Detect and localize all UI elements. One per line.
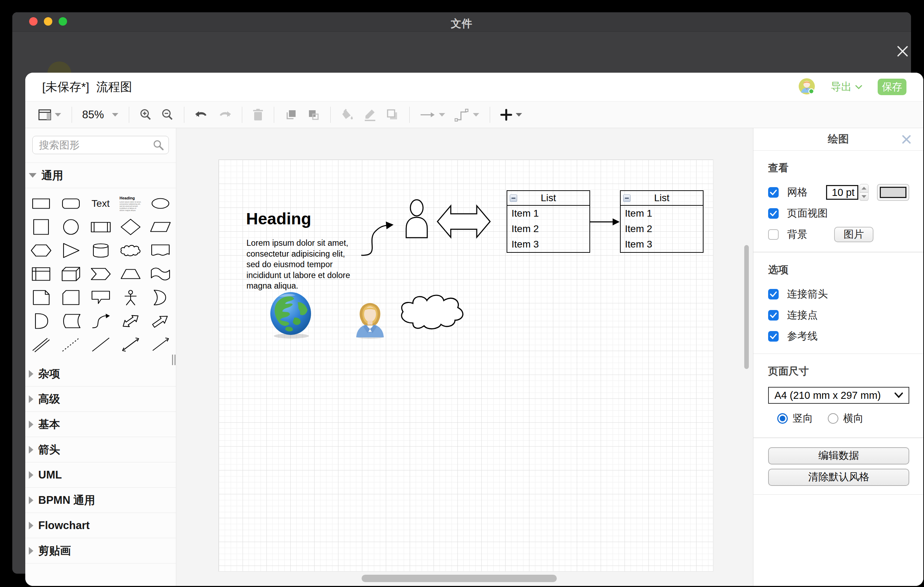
shape-curve[interactable] bbox=[86, 309, 116, 333]
shape-square[interactable] bbox=[26, 215, 56, 239]
undo-icon[interactable] bbox=[190, 105, 213, 125]
sidebar-section-2[interactable]: 基本 bbox=[25, 412, 176, 437]
shape-process[interactable] bbox=[86, 215, 116, 239]
shape-heading-textblock[interactable]: HeadingLorem ipsum dolor sit amet, conse… bbox=[116, 192, 145, 215]
sidebar-section-5[interactable]: BPMN 通用 bbox=[25, 488, 176, 513]
shape-directional-connector[interactable] bbox=[145, 333, 175, 356]
list-item[interactable]: Item 2 bbox=[507, 221, 589, 237]
shape-or[interactable] bbox=[145, 286, 175, 309]
close-x-icon[interactable] bbox=[893, 41, 912, 61]
canvas-heading-text[interactable]: Heading bbox=[246, 209, 311, 228]
shape-text[interactable]: Text bbox=[86, 192, 116, 215]
sidebar-section-3[interactable]: 箭头 bbox=[25, 437, 176, 462]
sidebar-section-0[interactable]: 杂项 bbox=[25, 361, 176, 386]
search-input[interactable] bbox=[32, 136, 169, 154]
sidebar-section-1[interactable]: 高级 bbox=[25, 386, 176, 412]
redo-icon[interactable] bbox=[213, 105, 236, 125]
list-item[interactable]: Item 1 bbox=[621, 206, 703, 221]
shape-ellipse[interactable] bbox=[145, 192, 175, 215]
zoom-level-dropdown[interactable]: 85% bbox=[78, 105, 123, 125]
sidebar-splitter-handle[interactable] bbox=[171, 353, 176, 367]
shape-rectangle[interactable] bbox=[26, 192, 56, 215]
shape-step[interactable] bbox=[86, 262, 116, 286]
line-color-icon[interactable] bbox=[359, 105, 381, 125]
shape-dotted-line[interactable] bbox=[56, 333, 86, 356]
grid-color-swatch[interactable] bbox=[877, 184, 909, 201]
zoom-in-icon[interactable] bbox=[135, 105, 157, 125]
page-size-select[interactable]: A4 (210 mm x 297 mm) bbox=[768, 387, 909, 404]
woman-clipart[interactable] bbox=[353, 298, 387, 339]
option-checkbox[interactable] bbox=[768, 331, 779, 341]
shape-internal-storage[interactable] bbox=[26, 262, 56, 286]
double-arrow-shape[interactable] bbox=[436, 203, 491, 240]
connection-icon[interactable] bbox=[415, 105, 450, 125]
landscape-radio[interactable] bbox=[828, 413, 838, 424]
shape-cloud[interactable] bbox=[116, 239, 145, 262]
list-shape-1[interactable]: ListItem 1Item 2Item 3 bbox=[620, 190, 703, 253]
shape-actor[interactable] bbox=[116, 286, 145, 309]
page-view-toggle-icon[interactable] bbox=[34, 105, 66, 125]
insert-plus-icon[interactable] bbox=[496, 105, 527, 125]
shape-cylinder[interactable] bbox=[86, 239, 116, 262]
stepper-down-icon[interactable] bbox=[860, 193, 868, 201]
list-item[interactable]: Item 3 bbox=[621, 237, 703, 252]
option-checkbox[interactable] bbox=[768, 310, 779, 320]
shape-cube[interactable] bbox=[56, 262, 86, 286]
shape-card[interactable] bbox=[56, 286, 86, 309]
sidebar-section-general[interactable]: 通用 bbox=[25, 163, 176, 188]
sidebar-section-7[interactable]: 剪贴画 bbox=[25, 538, 176, 564]
shape-line[interactable] bbox=[86, 333, 116, 356]
option-checkbox[interactable] bbox=[768, 289, 779, 300]
shape-parallelogram[interactable] bbox=[145, 215, 175, 239]
list-item[interactable]: Item 2 bbox=[621, 221, 703, 237]
to-back-icon[interactable] bbox=[302, 105, 325, 125]
shape-triangle[interactable] bbox=[56, 239, 86, 262]
edit-data-button[interactable]: 编辑数据 bbox=[768, 447, 909, 465]
list-item[interactable]: Item 1 bbox=[507, 206, 589, 221]
portrait-radio[interactable] bbox=[777, 413, 788, 424]
list-shape-0[interactable]: ListItem 1Item 2Item 3 bbox=[507, 190, 590, 253]
shape-hexagon[interactable] bbox=[26, 239, 56, 262]
shape-tape[interactable] bbox=[145, 262, 175, 286]
zoom-out-icon[interactable] bbox=[157, 105, 178, 125]
connector-arrow[interactable] bbox=[590, 217, 620, 227]
shape-link[interactable] bbox=[26, 333, 56, 356]
search-input-field[interactable] bbox=[39, 139, 150, 151]
clear-default-style-button[interactable]: 清除默认风格 bbox=[768, 469, 909, 486]
shape-bidirectional-arrow[interactable] bbox=[116, 309, 145, 333]
panel-close-icon[interactable] bbox=[900, 133, 913, 146]
background-checkbox[interactable] bbox=[768, 229, 779, 240]
shape-bidirectional-connector[interactable] bbox=[116, 333, 145, 356]
shadow-icon[interactable] bbox=[381, 105, 404, 125]
diagram-page[interactable]: Heading Lorem ipsum dolor sit amet, cons… bbox=[218, 159, 713, 572]
collapse-minus-icon[interactable] bbox=[510, 195, 517, 202]
shape-diamond[interactable] bbox=[116, 215, 145, 239]
grid-checkbox[interactable] bbox=[768, 187, 779, 198]
export-button[interactable]: 导出 bbox=[831, 80, 862, 94]
grid-size-stepper[interactable] bbox=[860, 184, 868, 201]
delete-icon[interactable] bbox=[248, 105, 268, 125]
cloud-shape[interactable] bbox=[399, 289, 466, 334]
curved-arrow-shape[interactable] bbox=[359, 219, 398, 258]
horizontal-scrollbar[interactable] bbox=[361, 575, 557, 582]
collapse-minus-icon[interactable] bbox=[623, 195, 630, 202]
image-button[interactable]: 图片 bbox=[834, 227, 873, 242]
shape-data-storage[interactable] bbox=[56, 309, 86, 333]
save-button[interactable]: 保存 bbox=[878, 79, 906, 95]
shape-note[interactable] bbox=[26, 286, 56, 309]
shape-trapezoid[interactable] bbox=[116, 262, 145, 286]
waypoints-icon[interactable] bbox=[450, 105, 484, 125]
fill-color-icon[interactable] bbox=[336, 105, 359, 125]
list-item[interactable]: Item 3 bbox=[507, 237, 589, 252]
shape-callout[interactable] bbox=[86, 286, 116, 309]
vertical-scrollbar[interactable] bbox=[744, 245, 749, 369]
person-shape[interactable] bbox=[405, 199, 429, 238]
shape-arrow[interactable] bbox=[145, 309, 175, 333]
diagram-canvas[interactable]: Heading Lorem ipsum dolor sit amet, cons… bbox=[176, 128, 753, 586]
shape-document[interactable] bbox=[145, 239, 175, 262]
shape-rounded-rectangle[interactable] bbox=[56, 192, 86, 215]
sidebar-section-4[interactable]: UML bbox=[25, 462, 176, 488]
sidebar-section-6[interactable]: Flowchart bbox=[25, 513, 176, 538]
grid-size-input[interactable] bbox=[826, 185, 858, 200]
to-front-icon[interactable] bbox=[280, 105, 302, 125]
